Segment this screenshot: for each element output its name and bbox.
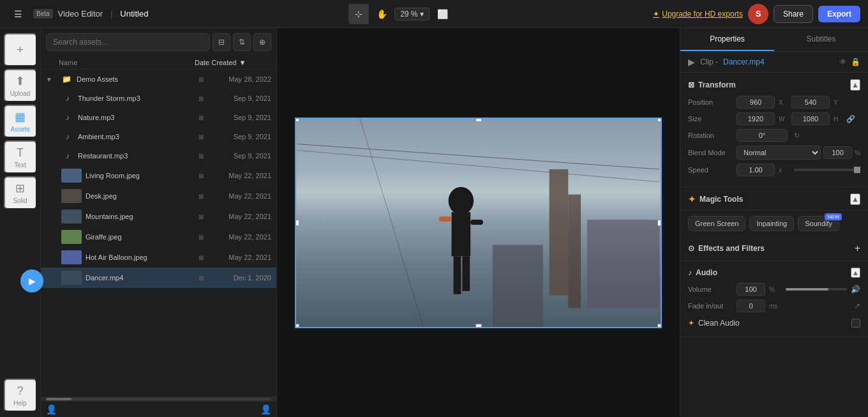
effects-add-btn[interactable]: + xyxy=(855,243,860,254)
magic-tools-collapse-btn[interactable]: ▲ xyxy=(850,193,860,205)
user-avatar[interactable]: S xyxy=(748,4,768,24)
blend-mode-select[interactable]: Normal Multiply Screen Overlay xyxy=(737,146,821,160)
app-title: Video Editor xyxy=(58,9,103,19)
list-item[interactable]: ♪ Nature.mp3 ⊠ Sep 9, 2021 xyxy=(41,108,276,127)
clip-lock-btn[interactable]: 🔒 xyxy=(851,57,860,66)
list-item[interactable]: Dancer.mp4 ⊠ Dec 1, 2020 xyxy=(41,268,276,288)
list-item[interactable]: ♪ Restaurant.mp3 ⊠ Sep 9, 2021 xyxy=(41,146,276,165)
share-button[interactable]: Share xyxy=(774,5,813,23)
text-label: Text xyxy=(14,162,26,169)
pin-icon: ⊠ xyxy=(198,76,204,83)
rotation-label: Rotation xyxy=(688,132,733,139)
scrollbar-track xyxy=(46,398,271,400)
sidebar-add-btn[interactable]: + xyxy=(4,33,37,66)
asset-name: Living Room.jpeg xyxy=(86,172,195,179)
play-button[interactable]: ▶ xyxy=(20,269,43,292)
beta-badge: Beta xyxy=(33,9,53,19)
sidebar-text-btn[interactable]: T Text xyxy=(4,140,37,174)
audio-collapse-btn[interactable]: ▲ xyxy=(851,268,860,278)
audio-title: Audio xyxy=(696,268,717,277)
audio-icon: ♪ xyxy=(61,149,74,162)
handle-bottom-mid[interactable] xyxy=(475,324,482,328)
effects-section: ⊙ Effects and Filters + xyxy=(680,236,868,261)
topbar: ☰ Beta Video Editor | Untitled ⊹ ✋ 29 % … xyxy=(0,0,868,28)
audio-mute-btn[interactable]: 🔊 xyxy=(851,285,860,294)
volume-input[interactable] xyxy=(737,283,765,296)
aspect-ratio-btn[interactable]: ⬜ xyxy=(432,4,453,24)
volume-slider[interactable] xyxy=(786,288,847,291)
handle-mid-left[interactable] xyxy=(295,220,299,226)
help-icon: ? xyxy=(17,384,23,398)
sidebar-assets-btn[interactable]: ▦ Assets xyxy=(4,105,37,138)
clean-audio-checkbox[interactable] xyxy=(851,319,860,328)
speed-slider[interactable] xyxy=(794,169,860,171)
transform-header: ⊠ Transform ▲ xyxy=(688,79,860,91)
list-item[interactable]: Hot Air Balloon.jpeg ⊠ May 22, 2021 xyxy=(41,247,276,268)
green-screen-btn[interactable]: Green Screen xyxy=(688,216,745,231)
list-item[interactable]: ♪ Ambient.mp3 ⊠ Sep 9, 2021 xyxy=(41,127,276,146)
size-w-input[interactable] xyxy=(737,112,775,125)
sidebar-help-btn[interactable]: ? Help xyxy=(4,379,37,412)
position-y-input[interactable] xyxy=(791,96,830,109)
handle-top-left[interactable] xyxy=(295,118,299,122)
list-item[interactable]: ▼ 📁 Demo Assets ⊠ May 28, 2022 xyxy=(41,70,276,89)
asset-name: Dancer.mp4 xyxy=(86,274,195,282)
sort-btn[interactable]: ⇅ xyxy=(233,33,251,51)
size-h-input[interactable] xyxy=(791,112,830,125)
speed-input[interactable] xyxy=(737,163,775,176)
asset-name: Thunder Storm.mp3 xyxy=(78,95,195,102)
sidebar-solid-btn[interactable]: ⊞ Solid xyxy=(4,176,37,209)
clip-eye-btn[interactable]: 👁 xyxy=(839,57,847,66)
handle-top-right[interactable] xyxy=(657,118,662,122)
pin-icon: ⊠ xyxy=(198,153,204,160)
transform-title: ⊠ Transform xyxy=(688,80,736,89)
svg-point-7 xyxy=(449,186,474,214)
handle-mid-right[interactable] xyxy=(657,220,662,226)
asset-thumbnail xyxy=(61,250,82,264)
help-label: Help xyxy=(13,400,27,407)
clean-audio-label: Clean Audio xyxy=(698,319,848,328)
new-badge: NEW xyxy=(825,213,842,220)
play-btn-container: ▶ xyxy=(20,269,43,292)
upgrade-btn[interactable]: ✦ Upgrade for HD exports xyxy=(653,10,743,19)
list-item[interactable]: Mountains.jpeg ⊠ May 22, 2021 xyxy=(41,206,276,227)
pin-icon: ⊠ xyxy=(198,275,204,282)
svg-rect-8 xyxy=(452,212,471,256)
list-item[interactable]: Giraffe.jpeg ⊠ May 22, 2021 xyxy=(41,227,276,247)
blend-pct-input[interactable] xyxy=(823,146,852,159)
tab-properties[interactable]: Properties xyxy=(680,28,774,51)
blend-mode-label: Blend Mode xyxy=(688,149,733,156)
tab-subtitles[interactable]: Subtitles xyxy=(774,28,868,51)
more-btn[interactable]: ⊕ xyxy=(253,33,271,51)
col-date-header[interactable]: Date Created ▼ xyxy=(195,59,271,66)
asset-date: Dec 1, 2020 xyxy=(207,274,271,282)
fade-icon-btn[interactable]: ↗ xyxy=(854,301,860,310)
speed-unit: x xyxy=(779,167,788,174)
inpainting-btn[interactable]: Inpainting xyxy=(749,216,794,231)
svg-line-0 xyxy=(297,144,659,169)
handle-top-mid[interactable] xyxy=(475,118,482,122)
select-tool-btn[interactable]: ⊹ xyxy=(348,4,369,24)
solid-label: Solid xyxy=(13,197,27,204)
asset-scrollbar[interactable] xyxy=(41,397,276,402)
list-item[interactable]: Living Room.jpeg ⊠ May 22, 2021 xyxy=(41,165,276,186)
filter-btn[interactable]: ⊟ xyxy=(213,33,230,51)
menu-icon[interactable]: ☰ xyxy=(8,4,28,24)
position-x-input[interactable] xyxy=(737,96,775,109)
svg-rect-10 xyxy=(470,220,483,225)
handle-bottom-right[interactable] xyxy=(657,324,662,328)
export-button[interactable]: Export xyxy=(818,6,860,22)
rotation-input[interactable] xyxy=(737,129,788,142)
hand-tool-btn[interactable]: ✋ xyxy=(371,4,392,24)
transform-collapse-btn[interactable]: ▲ xyxy=(850,79,860,91)
lock-aspect-icon[interactable]: 🔗 xyxy=(846,115,855,123)
handle-bottom-left[interactable] xyxy=(295,324,299,328)
search-input[interactable] xyxy=(46,33,210,51)
list-item[interactable]: ♪ Thunder Storm.mp3 ⊠ Sep 9, 2021 xyxy=(41,89,276,108)
list-item[interactable]: Desk.jpeg ⊠ May 22, 2021 xyxy=(41,186,276,206)
sidebar-upload-btn[interactable]: ⬆ Upload xyxy=(4,69,37,102)
zoom-control[interactable]: 29 % ▾ xyxy=(394,8,430,20)
fade-input[interactable] xyxy=(737,299,765,312)
sidebar-icons: + ⬆ Upload ▦ Assets T Text ⊞ Solid ? Hel… xyxy=(0,28,41,417)
asset-date: Sep 9, 2021 xyxy=(207,133,271,140)
